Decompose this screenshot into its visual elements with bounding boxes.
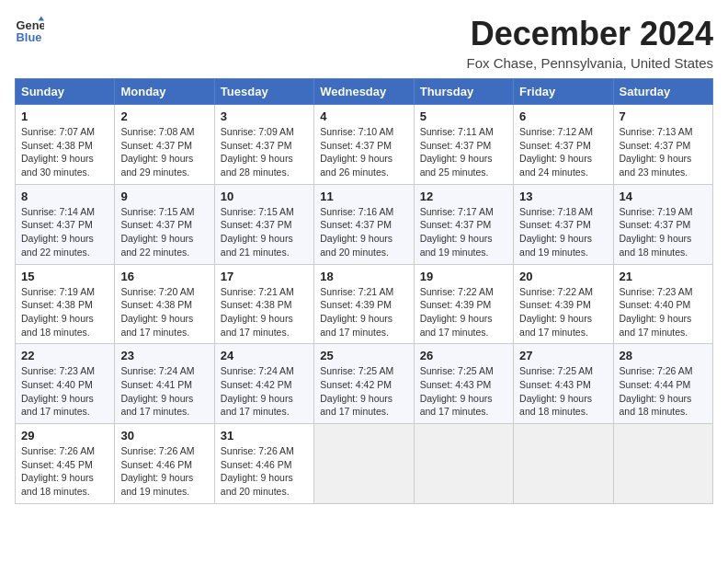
svg-text:Blue: Blue — [17, 30, 42, 44]
day-info: Sunrise: 7:13 AM Sunset: 4:37 PM Dayligh… — [620, 125, 707, 179]
calendar-cell: 7Sunrise: 7:13 AM Sunset: 4:37 PM Daylig… — [613, 105, 712, 185]
day-number: 7 — [620, 109, 707, 123]
day-info: Sunrise: 7:25 AM Sunset: 4:42 PM Dayligh… — [320, 364, 407, 419]
day-info: Sunrise: 7:14 AM Sunset: 4:37 PM Dayligh… — [21, 205, 108, 259]
calendar-cell: 5Sunrise: 7:11 AM Sunset: 4:37 PM Daylig… — [414, 105, 513, 185]
calendar-cell: 4Sunrise: 7:10 AM Sunset: 4:37 PM Daylig… — [314, 105, 414, 185]
calendar-cell: 21Sunrise: 7:23 AM Sunset: 4:40 PM Dayli… — [613, 264, 712, 344]
calendar-week-3: 15Sunrise: 7:19 AM Sunset: 4:38 PM Dayli… — [16, 264, 713, 344]
header-saturday: Saturday — [613, 79, 712, 105]
calendar-cell: 27Sunrise: 7:25 AM Sunset: 4:43 PM Dayli… — [514, 344, 613, 424]
calendar-header-row: SundayMondayTuesdayWednesdayThursdayFrid… — [16, 79, 713, 105]
header-monday: Monday — [115, 79, 214, 105]
day-info: Sunrise: 7:26 AM Sunset: 4:46 PM Dayligh… — [221, 444, 308, 499]
day-info: Sunrise: 7:25 AM Sunset: 4:43 PM Dayligh… — [420, 364, 507, 419]
day-info: Sunrise: 7:11 AM Sunset: 4:37 PM Dayligh… — [420, 125, 507, 179]
day-number: 8 — [21, 190, 108, 203]
calendar-cell: 13Sunrise: 7:18 AM Sunset: 4:37 PM Dayli… — [514, 184, 613, 264]
day-number: 22 — [21, 349, 108, 362]
calendar-cell — [414, 424, 513, 504]
calendar-week-4: 22Sunrise: 7:23 AM Sunset: 4:40 PM Dayli… — [16, 344, 713, 424]
calendar-cell: 18Sunrise: 7:21 AM Sunset: 4:39 PM Dayli… — [314, 264, 414, 344]
calendar-cell: 9Sunrise: 7:15 AM Sunset: 4:37 PM Daylig… — [115, 184, 214, 264]
subtitle: Fox Chase, Pennsylvania, United States — [467, 55, 713, 71]
calendar-cell: 25Sunrise: 7:25 AM Sunset: 4:42 PM Dayli… — [314, 344, 414, 424]
day-number: 29 — [21, 429, 108, 442]
day-number: 11 — [320, 190, 407, 203]
calendar-week-5: 29Sunrise: 7:26 AM Sunset: 4:45 PM Dayli… — [16, 424, 713, 504]
calendar-cell: 2Sunrise: 7:08 AM Sunset: 4:37 PM Daylig… — [115, 105, 214, 185]
calendar-cell: 26Sunrise: 7:25 AM Sunset: 4:43 PM Dayli… — [414, 344, 513, 424]
calendar-cell: 1Sunrise: 7:07 AM Sunset: 4:38 PM Daylig… — [16, 105, 115, 185]
day-info: Sunrise: 7:15 AM Sunset: 4:37 PM Dayligh… — [221, 205, 308, 259]
calendar-cell: 17Sunrise: 7:21 AM Sunset: 4:38 PM Dayli… — [214, 264, 313, 344]
day-info: Sunrise: 7:07 AM Sunset: 4:38 PM Dayligh… — [21, 125, 108, 179]
day-info: Sunrise: 7:08 AM Sunset: 4:37 PM Dayligh… — [120, 125, 208, 179]
title-block: December 2024 Fox Chase, Pennsylvania, U… — [467, 15, 713, 71]
day-info: Sunrise: 7:15 AM Sunset: 4:37 PM Dayligh… — [120, 205, 208, 259]
calendar-cell: 30Sunrise: 7:26 AM Sunset: 4:46 PM Dayli… — [115, 424, 214, 504]
day-info: Sunrise: 7:12 AM Sunset: 4:37 PM Dayligh… — [519, 125, 607, 179]
calendar-cell: 8Sunrise: 7:14 AM Sunset: 4:37 PM Daylig… — [16, 184, 115, 264]
calendar-cell: 28Sunrise: 7:26 AM Sunset: 4:44 PM Dayli… — [613, 344, 712, 424]
day-number: 4 — [320, 109, 407, 123]
day-number: 2 — [120, 109, 208, 123]
day-number: 27 — [519, 349, 607, 362]
day-info: Sunrise: 7:23 AM Sunset: 4:40 PM Dayligh… — [620, 285, 707, 339]
day-info: Sunrise: 7:25 AM Sunset: 4:43 PM Dayligh… — [519, 364, 607, 419]
day-number: 20 — [519, 270, 607, 283]
day-number: 26 — [420, 349, 507, 362]
calendar-cell: 14Sunrise: 7:19 AM Sunset: 4:37 PM Dayli… — [613, 184, 712, 264]
day-number: 1 — [21, 109, 108, 123]
day-number: 28 — [620, 349, 707, 362]
day-info: Sunrise: 7:20 AM Sunset: 4:38 PM Dayligh… — [120, 285, 208, 339]
calendar-cell: 29Sunrise: 7:26 AM Sunset: 4:45 PM Dayli… — [16, 424, 115, 504]
day-info: Sunrise: 7:22 AM Sunset: 4:39 PM Dayligh… — [420, 285, 507, 339]
calendar-cell — [514, 424, 613, 504]
day-number: 25 — [320, 349, 407, 362]
day-number: 5 — [420, 109, 507, 123]
day-info: Sunrise: 7:26 AM Sunset: 4:45 PM Dayligh… — [21, 444, 108, 499]
main-title: December 2024 — [467, 15, 713, 53]
day-number: 6 — [519, 109, 607, 123]
calendar-cell: 19Sunrise: 7:22 AM Sunset: 4:39 PM Dayli… — [414, 264, 513, 344]
header-tuesday: Tuesday — [214, 79, 313, 105]
calendar-week-2: 8Sunrise: 7:14 AM Sunset: 4:37 PM Daylig… — [16, 184, 713, 264]
day-number: 31 — [221, 429, 308, 442]
calendar-cell: 3Sunrise: 7:09 AM Sunset: 4:37 PM Daylig… — [214, 105, 313, 185]
day-info: Sunrise: 7:26 AM Sunset: 4:44 PM Dayligh… — [620, 364, 707, 419]
calendar-cell: 12Sunrise: 7:17 AM Sunset: 4:37 PM Dayli… — [414, 184, 513, 264]
day-info: Sunrise: 7:19 AM Sunset: 4:37 PM Dayligh… — [620, 205, 707, 259]
day-number: 24 — [221, 349, 308, 362]
day-number: 21 — [620, 270, 707, 283]
calendar-cell: 23Sunrise: 7:24 AM Sunset: 4:41 PM Dayli… — [115, 344, 214, 424]
day-number: 19 — [420, 270, 507, 283]
day-info: Sunrise: 7:09 AM Sunset: 4:37 PM Dayligh… — [221, 125, 308, 179]
calendar-cell: 22Sunrise: 7:23 AM Sunset: 4:40 PM Dayli… — [16, 344, 115, 424]
header-wednesday: Wednesday — [314, 79, 414, 105]
calendar-cell: 16Sunrise: 7:20 AM Sunset: 4:38 PM Dayli… — [115, 264, 214, 344]
day-info: Sunrise: 7:24 AM Sunset: 4:41 PM Dayligh… — [120, 364, 208, 419]
day-number: 30 — [120, 429, 208, 442]
day-info: Sunrise: 7:17 AM Sunset: 4:37 PM Dayligh… — [420, 205, 507, 259]
logo-icon: General Blue — [15, 15, 44, 44]
day-number: 16 — [120, 270, 208, 283]
calendar-cell: 11Sunrise: 7:16 AM Sunset: 4:37 PM Dayli… — [314, 184, 414, 264]
day-info: Sunrise: 7:21 AM Sunset: 4:38 PM Dayligh… — [221, 285, 308, 339]
day-number: 13 — [519, 190, 607, 203]
logo: General Blue — [15, 15, 44, 44]
day-info: Sunrise: 7:19 AM Sunset: 4:38 PM Dayligh… — [21, 285, 108, 339]
day-number: 23 — [120, 349, 208, 362]
day-info: Sunrise: 7:22 AM Sunset: 4:39 PM Dayligh… — [519, 285, 607, 339]
calendar-cell: 6Sunrise: 7:12 AM Sunset: 4:37 PM Daylig… — [514, 105, 613, 185]
calendar-cell: 20Sunrise: 7:22 AM Sunset: 4:39 PM Dayli… — [514, 264, 613, 344]
header: General Blue December 2024 Fox Chase, Pe… — [15, 15, 713, 71]
day-number: 14 — [620, 190, 707, 203]
day-number: 17 — [221, 270, 308, 283]
header-friday: Friday — [514, 79, 613, 105]
header-sunday: Sunday — [16, 79, 115, 105]
day-number: 9 — [120, 190, 208, 203]
day-info: Sunrise: 7:16 AM Sunset: 4:37 PM Dayligh… — [320, 205, 407, 259]
calendar-cell: 15Sunrise: 7:19 AM Sunset: 4:38 PM Dayli… — [16, 264, 115, 344]
calendar-cell: 24Sunrise: 7:24 AM Sunset: 4:42 PM Dayli… — [214, 344, 313, 424]
